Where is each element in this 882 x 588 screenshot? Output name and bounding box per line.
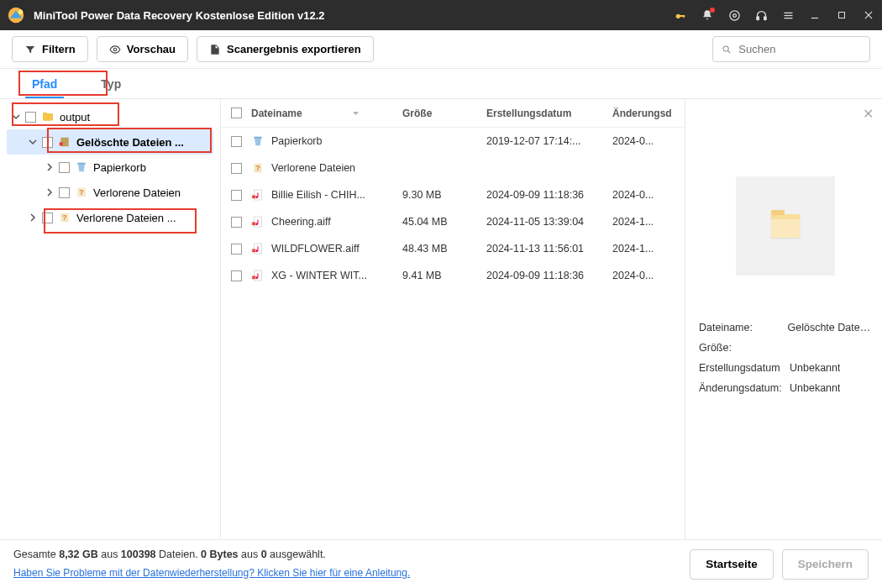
file-name: Billie Eilish - CHIH...	[271, 189, 365, 201]
col-header-created[interactable]: Erstellungsdatum	[486, 108, 612, 119]
preview-button[interactable]: Vorschau	[97, 36, 188, 62]
file-name: Verlorene Dateien	[271, 162, 355, 174]
checkbox[interactable]	[25, 112, 36, 123]
close-preview-icon[interactable]: ✕	[863, 106, 874, 122]
checkbox[interactable]	[59, 162, 70, 173]
chevron-down-icon[interactable]	[29, 138, 37, 146]
minimize-icon[interactable]	[808, 8, 822, 22]
svg-point-17	[723, 45, 728, 50]
meta-created-label: Erstellungsdatum	[699, 362, 790, 374]
svg-rect-9	[784, 12, 792, 13]
svg-line-18	[728, 50, 731, 53]
search-input[interactable]	[738, 43, 861, 55]
sort-indicator-icon	[352, 109, 360, 117]
title-bar: MiniTool Power Data Recovery Kostenlose …	[0, 0, 882, 30]
meta-name-label: Dateiname:	[699, 322, 788, 333]
status-text: Gesamte 8,32 GB aus 100398 Dateien. 0 By…	[13, 546, 410, 582]
home-button[interactable]: Startseite	[690, 549, 774, 580]
row-checkbox[interactable]	[231, 270, 242, 281]
chevron-right-icon[interactable]	[45, 188, 54, 197]
checkbox[interactable]	[42, 213, 53, 223]
svg-rect-4	[683, 15, 684, 18]
svg-rect-11	[784, 18, 792, 18]
svg-text:?: ?	[255, 164, 260, 172]
svg-point-6	[732, 13, 736, 17]
table-row[interactable]: WILDFLOWER.aiff48.43 MB2024-11-13 11:56:…	[221, 235, 685, 262]
file-name: Papierkorb	[271, 135, 322, 147]
tab-type[interactable]: Typ	[79, 69, 143, 98]
headphones-icon[interactable]	[754, 8, 768, 22]
folder-icon	[41, 110, 55, 123]
row-checkbox[interactable]	[231, 163, 242, 174]
tree-node-output[interactable]: output	[7, 104, 213, 129]
table-row[interactable]: Papierkorb2019-12-07 17:14:...2024-0...	[221, 128, 685, 155]
chevron-down-icon[interactable]	[12, 113, 20, 121]
close-icon[interactable]	[862, 8, 875, 22]
funnel-icon	[24, 44, 36, 55]
tree-node-lost-files[interactable]: ? Verlorene Dateien ...	[7, 205, 213, 230]
key-icon[interactable]	[674, 8, 687, 22]
svg-text:?: ?	[62, 213, 66, 222]
file-size: 45.04 MB	[402, 216, 486, 228]
tree-node-recycle-bin[interactable]: Papierkorb	[7, 155, 213, 180]
maximize-icon[interactable]	[835, 8, 848, 22]
checkbox[interactable]	[42, 137, 53, 148]
checkbox[interactable]	[59, 187, 70, 198]
help-link[interactable]: Haben Sie Probleme mit der Datenwiederhe…	[13, 567, 410, 579]
file-list: Dateiname Größe Erstellungsdatum Änderun…	[221, 99, 685, 539]
search-box[interactable]	[712, 36, 870, 62]
file-name: Cheering.aiff	[271, 216, 331, 228]
svg-point-5	[729, 10, 738, 19]
file-type-icon	[251, 242, 265, 255]
file-modified: 2024-0...	[612, 135, 673, 147]
main-area: output Gelöschte Dateien ... Papierkorb …	[0, 99, 882, 539]
bell-icon[interactable]	[701, 8, 714, 22]
col-header-name[interactable]: Dateiname	[251, 108, 402, 119]
file-created: 2019-12-07 17:14:...	[486, 135, 612, 147]
save-button[interactable]: Speichern	[782, 549, 869, 580]
file-modified: 2024-1...	[612, 243, 673, 255]
window-title: MiniTool Power Data Recovery Kostenlose …	[34, 9, 325, 22]
file-created: 2024-09-09 11:18:36	[486, 270, 612, 281]
export-icon	[209, 44, 221, 55]
table-row[interactable]: Cheering.aiff45.04 MB2024-11-05 13:39:04…	[221, 208, 685, 235]
table-row[interactable]: Billie Eilish - CHIH...9.30 MB2024-09-09…	[221, 181, 685, 208]
svg-rect-33	[257, 219, 258, 223]
select-all-checkbox[interactable]	[231, 108, 242, 118]
list-header: Dateiname Größe Erstellungsdatum Änderun…	[221, 99, 685, 128]
folder-tree: output Gelöschte Dateien ... Papierkorb …	[0, 99, 221, 539]
row-checkbox[interactable]	[231, 244, 242, 255]
file-size: 48.43 MB	[402, 243, 486, 255]
eye-icon	[109, 44, 121, 55]
file-name: XG - WINTER WIT...	[271, 270, 367, 281]
table-row[interactable]: ?Verlorene Dateien	[221, 155, 685, 181]
export-label: Scanergebnis exportieren	[227, 43, 361, 55]
row-checkbox[interactable]	[231, 190, 242, 201]
menu-icon[interactable]	[781, 8, 795, 22]
col-header-modified[interactable]: Änderungsd	[612, 108, 673, 119]
chevron-right-icon[interactable]	[45, 163, 54, 171]
tab-path[interactable]: Pfad	[10, 69, 79, 98]
col-header-size[interactable]: Größe	[402, 108, 486, 119]
meta-modified-value: Unbekannt	[790, 382, 840, 394]
svg-point-1	[18, 10, 24, 14]
row-checkbox[interactable]	[231, 136, 242, 147]
row-checkbox[interactable]	[231, 217, 242, 228]
file-created: 2024-09-09 11:18:36	[486, 189, 612, 201]
file-modified: 2024-1...	[612, 216, 673, 228]
meta-name-value: Gelöschte Dateien	[788, 322, 872, 333]
file-created: 2024-11-13 11:56:01	[486, 243, 612, 255]
export-button[interactable]: Scanergebnis exportieren	[197, 36, 374, 62]
filter-button[interactable]: Filtern	[12, 36, 88, 62]
table-row[interactable]: XG - WINTER WIT...9.41 MB2024-09-09 11:1…	[221, 262, 685, 289]
chevron-right-icon[interactable]	[29, 213, 37, 222]
preview-label: Vorschau	[127, 43, 176, 55]
file-type-icon: ?	[251, 161, 265, 175]
svg-text:?: ?	[79, 188, 83, 197]
tree-label: Verlorene Dateien ...	[76, 212, 176, 224]
file-type-icon	[251, 215, 265, 228]
tree-node-deleted-files[interactable]: Gelöschte Dateien ...	[7, 129, 213, 155]
disc-icon[interactable]	[727, 8, 741, 22]
svg-rect-13	[839, 13, 845, 18]
tree-node-lost-files-child[interactable]: ? Verlorene Dateien	[7, 180, 213, 205]
